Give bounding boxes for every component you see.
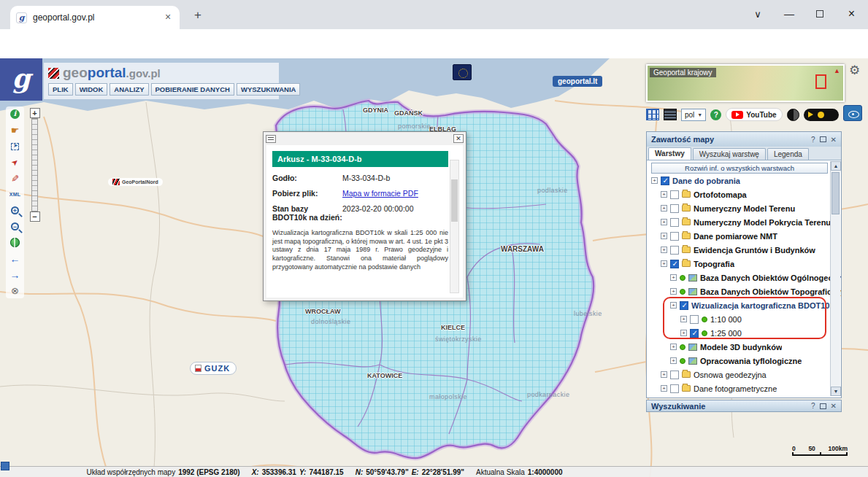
browser-tab[interactable]: g geoportal.gov.pl × <box>10 6 180 29</box>
expand-icon[interactable] <box>661 385 667 392</box>
layer-checkbox[interactable] <box>670 232 679 241</box>
layer-row-dane-pomiarowe[interactable]: Dane pomiarowe NMT <box>647 229 841 243</box>
tab-wyszukaj-warstwe[interactable]: Wyszukaj warstwę <box>693 148 766 160</box>
expand-icon[interactable] <box>661 233 667 239</box>
search-help-icon[interactable]: ? <box>811 402 815 410</box>
layer-row-wizualizacja-bdot10k[interactable]: Wizualizacja kartograficzna BDOT10k <box>647 298 841 312</box>
zoom-out-button[interactable]: − <box>30 212 40 222</box>
draw-tool-icon[interactable]: ✎ <box>9 172 20 185</box>
layer-row-fotogrametryczne[interactable]: Dane fotogrametryczne <box>647 381 841 395</box>
expand-icon[interactable] <box>661 219 667 225</box>
layer-row-1-10000[interactable]: 1:10 000 <box>647 312 841 326</box>
previous-view-icon[interactable]: ← <box>9 253 21 264</box>
corner-widget[interactable] <box>1 462 9 470</box>
basemap-icon[interactable] <box>664 109 677 120</box>
panel-close-icon[interactable]: ✕ <box>831 136 837 144</box>
menu-item-plik[interactable]: PLIK <box>48 83 73 96</box>
tab-close-icon[interactable]: × <box>162 12 174 23</box>
layer-checkbox[interactable] <box>670 260 679 268</box>
layer-row-ortofotomapa[interactable]: Ortofotomapa <box>647 187 841 201</box>
expand-icon[interactable] <box>651 177 658 184</box>
language-select[interactable]: pol▼ <box>681 109 706 121</box>
expand-icon[interactable] <box>680 316 687 322</box>
expand-icon[interactable] <box>670 302 677 309</box>
window-minimize-button[interactable]: — <box>774 0 804 28</box>
menu-item-pobieranie-danych[interactable]: POBIERANIE DANYCH <box>151 83 234 96</box>
full-extent-globe-icon[interactable] <box>9 237 21 248</box>
select-rect-tool-icon[interactable]: ➤ <box>7 154 23 170</box>
tab-search-chevron-icon[interactable]: ∨ <box>743 0 772 28</box>
layer-checkbox[interactable] <box>670 384 679 393</box>
overview-map[interactable]: Geoportal krajowy ▲ <box>646 64 845 102</box>
expand-icon[interactable] <box>661 247 667 253</box>
scroll-down-icon[interactable]: ▼ <box>831 387 841 396</box>
pdf-download-link[interactable]: Mapa w formacie PDF <box>342 189 418 198</box>
zoom-out-tool-icon[interactable]: − <box>9 221 21 232</box>
expand-icon[interactable] <box>670 274 677 281</box>
popup-scrollbar-thumb[interactable] <box>451 179 458 222</box>
clear-selection-icon[interactable]: ⊗ <box>9 285 21 296</box>
zoom-in-tool-icon[interactable]: + <box>9 205 21 216</box>
layer-row-tyflologiczne[interactable]: Opracowania tyflologiczne <box>647 354 841 368</box>
layer-checkbox[interactable] <box>680 301 688 310</box>
help-icon[interactable]: ? <box>710 109 721 120</box>
panel-scrollbar[interactable]: ▲ ▼ <box>830 161 840 396</box>
layer-row-osnowa[interactable]: Osnowa geodezyjna <box>647 368 841 381</box>
layer-checkbox[interactable] <box>670 246 679 255</box>
menu-item-widok[interactable]: WIDOK <box>75 83 108 96</box>
xml-tool-icon[interactable]: XML <box>9 189 21 200</box>
layer-checkbox[interactable] <box>670 204 679 213</box>
layer-row-bdoo[interactable]: Baza Danych Obiektów Ogólnogeograficznyc… <box>647 271 841 284</box>
layer-checkbox[interactable] <box>690 315 699 324</box>
next-view-icon[interactable]: → <box>9 269 21 280</box>
pan-tool-icon[interactable]: ☛ <box>9 125 21 136</box>
layer-row-dane-do-pobrania[interactable]: Dane do pobrania <box>647 174 841 187</box>
expand-icon[interactable] <box>670 357 677 364</box>
search-minimize-icon[interactable] <box>820 403 826 409</box>
zoom-in-button[interactable]: + <box>30 108 40 118</box>
window-maximize-button[interactable] <box>804 0 835 28</box>
contrast-icon[interactable] <box>787 109 799 121</box>
layer-row-nmpt[interactable]: Numeryczny Model Pokrycia Terenu <box>647 215 841 229</box>
layer-checkbox[interactable] <box>670 371 679 379</box>
tab-legenda[interactable]: Legenda <box>767 148 809 160</box>
accessibility-toggle[interactable] <box>804 109 839 121</box>
expand-icon[interactable] <box>661 260 667 267</box>
menu-item-wyszukiwania[interactable]: WYSZUKIWANIA <box>237 83 300 96</box>
geoportal-logo[interactable]: g <box>0 58 42 101</box>
grid-layers-icon[interactable] <box>646 109 659 120</box>
expand-icon[interactable] <box>680 330 687 336</box>
eye-toggle-icon[interactable] <box>843 105 862 121</box>
youtube-button[interactable]: YouTube <box>726 108 782 121</box>
identify-tool-icon[interactable]: i <box>9 109 21 120</box>
expand-all-layers-button[interactable]: Rozwiń inf. o wszystkich warstwach <box>651 163 828 174</box>
popup-scrollbar[interactable] <box>450 160 459 293</box>
search-panel-header[interactable]: Wyszukiwanie ? ✕ <box>646 400 842 412</box>
menu-item-analizy[interactable]: ANALIZY <box>110 83 148 96</box>
panel-scrollbar-thumb[interactable] <box>831 172 840 214</box>
expand-icon[interactable] <box>661 371 667 378</box>
zoom-slider-track[interactable] <box>31 118 38 212</box>
overview-extent-rect[interactable] <box>815 74 826 89</box>
expand-icon[interactable] <box>661 191 667 198</box>
expand-icon[interactable] <box>670 344 677 350</box>
expand-icon[interactable] <box>670 288 677 295</box>
layer-row-bdot[interactable]: Baza Danych Obiektów Topograficznych <box>647 284 841 298</box>
tab-warstwy[interactable]: Warstwy <box>648 147 691 160</box>
layer-checkbox[interactable] <box>670 218 679 227</box>
panel-help-icon[interactable]: ? <box>811 136 815 144</box>
popup-title-bar[interactable]: ✕ <box>264 132 466 145</box>
gear-icon[interactable]: ⚙ <box>849 63 860 78</box>
layer-row-topografia[interactable]: Topografia <box>647 257 841 271</box>
select-tool-icon[interactable] <box>9 141 21 152</box>
panel-minimize-icon[interactable] <box>820 136 826 142</box>
layer-row-nmt[interactable]: Numeryczny Model Terenu <box>647 201 841 215</box>
layer-row-modele-3d[interactable]: Modele 3D budynków <box>647 340 841 354</box>
map-viewport[interactable]: GDYNIA GDAŃSK ELBLĄG pomorskie zachodnio… <box>0 58 868 477</box>
layer-row-1-25000[interactable]: 1:25 000 <box>647 326 841 340</box>
search-close-icon[interactable]: ✕ <box>831 402 837 410</box>
layer-checkbox[interactable] <box>661 177 669 185</box>
expand-icon[interactable] <box>661 205 667 212</box>
layer-row-egib[interactable]: Ewidencja Gruntów i Budynków <box>647 243 841 257</box>
layer-checkbox[interactable] <box>690 329 699 338</box>
